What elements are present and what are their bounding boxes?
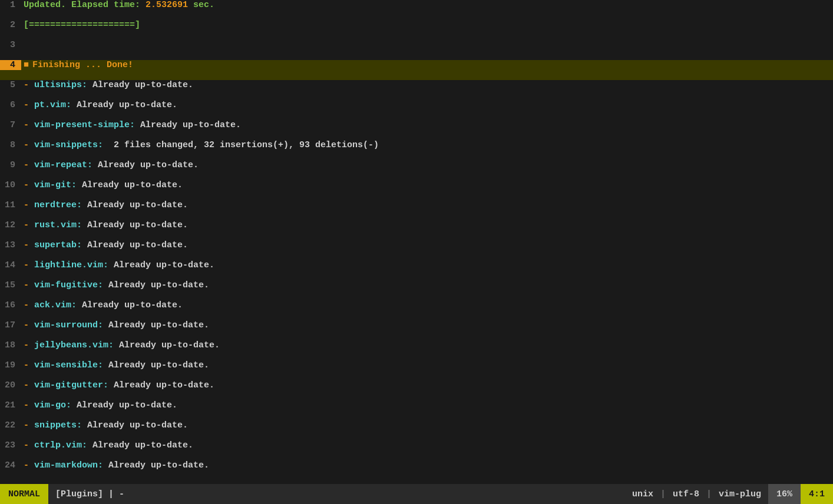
line-21: 21- vim-go: Already up-to-date.	[0, 400, 833, 420]
line-6: 6- pt.vim: Already up-to-date.	[0, 100, 833, 120]
line-15: 15- vim-fugitive: Already up-to-date.	[0, 280, 833, 300]
line-7: 7- vim-present-simple: Already up-to-dat…	[0, 120, 833, 140]
line-23: 23- ctrlp.vim: Already up-to-date.	[0, 440, 833, 460]
status-mode: NORMAL	[0, 484, 48, 504]
line-number-9: 9	[0, 160, 21, 170]
line-number-21: 21	[0, 400, 21, 410]
line-number-11: 11	[0, 200, 21, 210]
line-content-19: - vim-sensible: Already up-to-date.	[21, 360, 833, 370]
line-19: 19- vim-sensible: Already up-to-date.	[0, 360, 833, 380]
line-content-7: - vim-present-simple: Already up-to-date…	[21, 120, 833, 130]
line-number-17: 17	[0, 320, 21, 330]
line-content-20: - vim-gitgutter: Already up-to-date.	[21, 380, 833, 390]
line-number-8: 8	[0, 140, 21, 150]
line-number-3: 3	[0, 40, 21, 50]
line-number-1: 1	[0, 0, 21, 10]
status-right: unix | utf-8 | vim-plug 16% 4:1	[625, 484, 833, 504]
line-number-14: 14	[0, 260, 21, 270]
line-number-5: 5	[0, 80, 21, 90]
line-content-6: - pt.vim: Already up-to-date.	[21, 100, 833, 110]
line-number-2: 2	[0, 20, 21, 30]
line-22: 22- snippets: Already up-to-date.	[0, 420, 833, 440]
line-11: 11- nerdtree: Already up-to-date.	[0, 200, 833, 220]
line-content-4: ■Finishing ... Done!	[21, 60, 833, 70]
line-content-10: - vim-git: Already up-to-date.	[21, 180, 833, 190]
status-bar: NORMAL [Plugins] | - unix | utf-8 | vim-…	[0, 484, 833, 504]
line-number-18: 18	[0, 340, 21, 350]
line-content-15: - vim-fugitive: Already up-to-date.	[21, 280, 833, 290]
line-content-21: - vim-go: Already up-to-date.	[21, 400, 833, 410]
line-number-22: 22	[0, 420, 21, 430]
line-content-24: - vim-markdown: Already up-to-date.	[21, 460, 833, 470]
line-16: 16- ack.vim: Already up-to-date.	[0, 300, 833, 320]
line-number-12: 12	[0, 220, 21, 230]
line-1: 1Updated. Elapsed time: 2.532691 sec.	[0, 0, 833, 20]
line-content-13: - supertab: Already up-to-date.	[21, 240, 833, 250]
line-content-14: - lightline.vim: Already up-to-date.	[21, 260, 833, 270]
line-number-10: 10	[0, 180, 21, 190]
line-24: 24- vim-markdown: Already up-to-date.	[0, 460, 833, 480]
line-content-12: - rust.vim: Already up-to-date.	[21, 220, 833, 230]
status-filetype: vim-plug	[712, 489, 768, 499]
line-content-11: - nerdtree: Already up-to-date.	[21, 200, 833, 210]
line-20: 20- vim-gitgutter: Already up-to-date.	[0, 380, 833, 400]
line-content-16: - ack.vim: Already up-to-date.	[21, 300, 833, 310]
editor-area: 1Updated. Elapsed time: 2.532691 sec.2[=…	[0, 0, 833, 484]
line-8: 8- vim-snippets: 2 files changed, 32 ins…	[0, 140, 833, 160]
line-10: 10- vim-git: Already up-to-date.	[0, 180, 833, 200]
status-fileformat: unix	[625, 489, 660, 499]
line-number-24: 24	[0, 460, 21, 470]
line-number-13: 13	[0, 240, 21, 250]
line-number-23: 23	[0, 440, 21, 450]
status-encoding: utf-8	[666, 489, 706, 499]
line-content-1: Updated. Elapsed time: 2.532691 sec.	[21, 0, 833, 10]
line-content-22: - snippets: Already up-to-date.	[21, 420, 833, 430]
status-percent: 16%	[768, 484, 801, 504]
line-4: 4■Finishing ... Done!	[0, 60, 833, 80]
line-number-6: 6	[0, 100, 21, 110]
line-3: 3	[0, 40, 833, 60]
line-number-16: 16	[0, 300, 21, 310]
line-18: 18- jellybeans.vim: Already up-to-date.	[0, 340, 833, 360]
line-content-8: - vim-snippets: 2 files changed, 32 inse…	[21, 140, 833, 150]
line-number-7: 7	[0, 120, 21, 130]
line-12: 12- rust.vim: Already up-to-date.	[0, 220, 833, 240]
line-9: 9- vim-repeat: Already up-to-date.	[0, 160, 833, 180]
line-2: 2[====================]	[0, 20, 833, 40]
line-13: 13- supertab: Already up-to-date.	[0, 240, 833, 260]
line-number-15: 15	[0, 280, 21, 290]
line-content-5: - ultisnips: Already up-to-date.	[21, 80, 833, 90]
line-content-2: [====================]	[21, 20, 833, 30]
line-14: 14- lightline.vim: Already up-to-date.	[0, 260, 833, 280]
line-5: 5- ultisnips: Already up-to-date.	[0, 80, 833, 100]
line-17: 17- vim-surround: Already up-to-date.	[0, 320, 833, 340]
line-content-18: - jellybeans.vim: Already up-to-date.	[21, 340, 833, 350]
line-content-9: - vim-repeat: Already up-to-date.	[21, 160, 833, 170]
line-number-19: 19	[0, 360, 21, 370]
status-position: 4:1	[801, 484, 833, 504]
line-content-17: - vim-surround: Already up-to-date.	[21, 320, 833, 330]
line-number-4: 4	[0, 60, 21, 70]
status-filename: [Plugins] | -	[48, 489, 131, 499]
line-number-20: 20	[0, 380, 21, 390]
line-content-23: - ctrlp.vim: Already up-to-date.	[21, 440, 833, 450]
